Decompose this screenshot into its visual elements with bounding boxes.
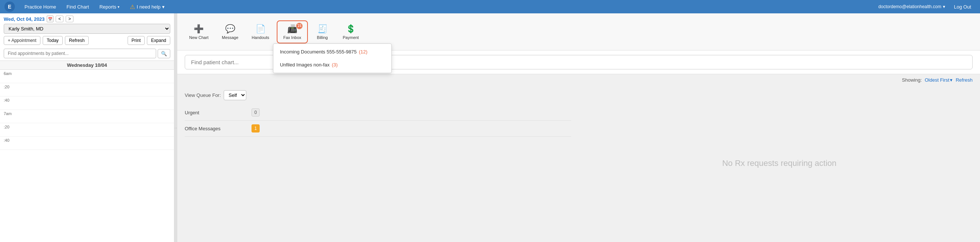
icon-toolbar: ➕ New Chart 💬 Message 📄 Handouts 15 📠 Fa… — [177, 13, 980, 51]
time-slot: :40 — [0, 137, 174, 150]
user-arrow-icon: ▾ — [943, 4, 945, 9]
oldest-first-arrow-icon: ▾ — [950, 77, 953, 83]
next-day-button[interactable]: > — [66, 16, 73, 22]
current-date[interactable]: Wed, Oct 04, 2023 — [4, 16, 45, 22]
showing-row: Showing: Oldest First ▾ Refresh — [177, 74, 980, 84]
fax-unfiled-images[interactable]: Unfiled Images non-fax (3) — [274, 58, 391, 71]
logout-button[interactable]: Log Out — [950, 4, 975, 10]
message-icon: 💬 — [225, 24, 235, 34]
billing-icon: 🧾 — [318, 24, 328, 34]
fax-badge: 15 — [296, 23, 303, 29]
queue-for-select[interactable]: Self — [224, 90, 246, 100]
urgent-row: Urgent 0 — [185, 105, 571, 121]
time-slot: :20 — [0, 83, 174, 97]
fax-dropdown-menu: Incoming Documents 555-555-9875 (12) Unf… — [273, 43, 392, 73]
office-messages-label: Office Messages — [185, 126, 244, 131]
fax-incoming-documents[interactable]: Incoming Documents 555-555-9875 (12) — [274, 45, 391, 58]
view-queue-label: View Queue For: — [185, 92, 221, 98]
app-body: Wed, Oct 04, 2023 📅 < > Karly Smith, MD … — [0, 13, 980, 242]
appointment-search-row: 🔍 — [0, 47, 174, 61]
fax-inbox-button[interactable]: 15 📠 Fax Inbox — [277, 21, 308, 43]
user-email[interactable]: doctordemo@elationhealth.com ▾ — [874, 4, 950, 9]
doctor-row: Karly Smith, MD — [0, 24, 174, 36]
time-slot: :20 — [0, 123, 174, 137]
day-header: Wednesday 10/04 — [0, 61, 174, 70]
handouts-button[interactable]: 📄 Handouts — [246, 21, 275, 43]
main-content: ➕ New Chart 💬 Message 📄 Handouts 15 📠 Fa… — [177, 13, 980, 242]
date-row: Wed, Oct 04, 2023 📅 < > — [0, 13, 174, 24]
refresh-calendar-button[interactable]: Refresh — [65, 36, 89, 45]
time-slots-list: 6am :20 :40 7am :20 :40 — [0, 70, 174, 150]
payment-icon: 💲 — [346, 24, 356, 34]
oldest-first-select[interactable]: Oldest First ▾ — [925, 77, 953, 83]
new-chart-icon: ➕ — [194, 24, 204, 34]
top-navigation: E Practice Home Find Chart Reports ▾ ⚠ I… — [0, 0, 980, 13]
nav-find-chart[interactable]: Find Chart — [61, 0, 94, 13]
urgent-badge: 0 — [251, 108, 260, 116]
sidebar: Wed, Oct 04, 2023 📅 < > Karly Smith, MD … — [0, 13, 174, 242]
office-messages-badge: 1 — [251, 124, 260, 132]
fax-inbox-wrapper: 15 📠 Fax Inbox Incoming Documents 555-55… — [277, 21, 308, 43]
appointment-button[interactable]: + Appointment — [4, 36, 40, 45]
help-arrow-icon: ▾ — [162, 4, 165, 10]
resize-handle[interactable]: ⋮ — [174, 13, 177, 242]
right-panel: View Queue For: Self Urgent 0 Office Mes… — [177, 84, 980, 242]
time-slot: 6am — [0, 70, 174, 83]
payment-button[interactable]: 💲 Payment — [337, 21, 364, 43]
urgent-label: Urgent — [185, 110, 244, 115]
appointment-search-input[interactable] — [4, 49, 156, 58]
queue-header: View Queue For: Self — [185, 90, 571, 100]
appointment-search-button[interactable]: 🔍 — [158, 49, 170, 58]
new-chart-button[interactable]: ➕ New Chart — [183, 21, 215, 43]
refresh-queue-button[interactable]: Refresh — [956, 77, 972, 83]
showing-label: Showing: — [902, 77, 922, 83]
help-button[interactable]: ⚠ I need help ▾ — [125, 0, 170, 13]
time-slot: 7am — [0, 110, 174, 123]
fax-incoming-count: (12) — [359, 49, 367, 54]
fax-unfiled-count: (3) — [332, 62, 337, 68]
prev-day-button[interactable]: < — [56, 16, 64, 22]
reports-arrow-icon: ▾ — [118, 5, 119, 9]
calendar-icon[interactable]: 📅 — [47, 16, 53, 22]
help-warning-icon: ⚠ — [130, 3, 135, 10]
logo-button[interactable]: E — [5, 2, 15, 12]
queue-section: View Queue For: Self Urgent 0 Office Mes… — [177, 84, 579, 242]
doctor-select[interactable]: Karly Smith, MD — [4, 24, 170, 34]
office-messages-row: Office Messages 1 — [185, 121, 571, 137]
expand-button[interactable]: Expand — [147, 36, 170, 45]
today-button[interactable]: Today — [43, 36, 63, 45]
message-button[interactable]: 💬 Message — [216, 21, 245, 43]
sidebar-btn-row: + Appointment Today Refresh Print Expand — [0, 36, 174, 47]
handouts-icon: 📄 — [256, 24, 266, 34]
nav-reports[interactable]: Reports ▾ — [94, 0, 125, 13]
nav-practice-home[interactable]: Practice Home — [19, 0, 61, 13]
print-button[interactable]: Print — [127, 36, 145, 45]
time-slot: :40 — [0, 97, 174, 110]
no-rx-message: No Rx requests requiring action — [579, 84, 980, 242]
billing-button[interactable]: 🧾 Billing — [309, 21, 335, 43]
